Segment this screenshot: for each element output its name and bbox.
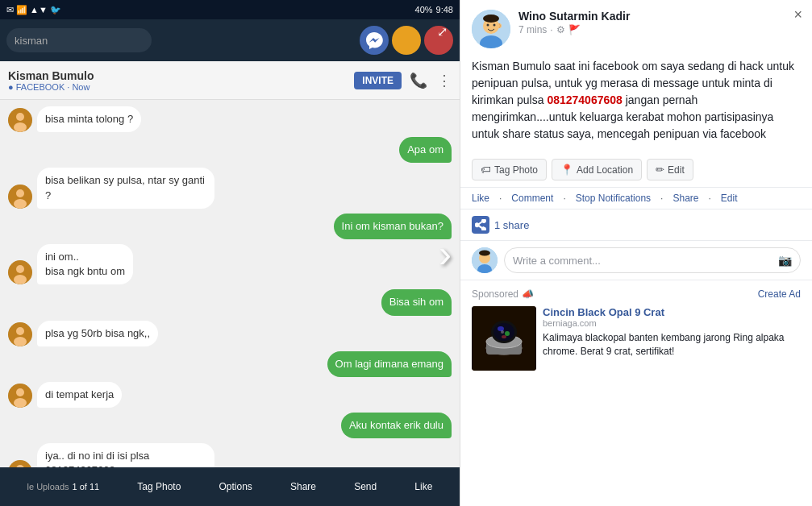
- list-item: ini om..bisa ngk bntu om: [37, 244, 133, 284]
- post-avatar: [472, 10, 510, 48]
- svg-point-5: [14, 199, 27, 209]
- dot-2: ·: [563, 193, 565, 204]
- settings-icon[interactable]: ⚙: [556, 24, 565, 35]
- svg-point-34: [479, 251, 490, 256]
- ad-text: Cincin Black Opal 9 Crat berniaga.com Ka…: [543, 306, 801, 371]
- post-phone-number: 081274067608: [547, 93, 622, 106]
- battery-status: 40%: [415, 5, 433, 15]
- phone-icon[interactable]: 📞: [410, 72, 427, 89]
- uploads-count: 1 of 11: [73, 482, 100, 491]
- table-row: plsa yg 50rb bisa ngk,,: [8, 321, 452, 346]
- stop-notifications-link[interactable]: Stop Notifications: [576, 193, 651, 204]
- post-meta: 7 mins · ⚙ 🚩: [518, 24, 801, 35]
- svg-point-11: [14, 337, 27, 346]
- wifi-icon: 📶: [16, 5, 27, 15]
- contact-icons: 📞 ⋮: [410, 72, 452, 89]
- expand-icon[interactable]: ⤢: [437, 24, 448, 39]
- table-row: bisa minta tolong ?: [8, 106, 452, 132]
- avatar: [8, 460, 32, 467]
- table-row: Apa om: [8, 137, 452, 163]
- post-time: 7 mins: [518, 24, 547, 35]
- post-actions: 🏷 Tag Photo 📍 Add Location ✏ Edit: [460, 152, 812, 187]
- contact-info: Kisman Bumulo ● FACEBOOK · Now: [8, 69, 346, 92]
- tag-photo-button[interactable]: 🏷 Tag Photo: [472, 159, 547, 180]
- list-item: plsa yg 50rb bisa ngk,,: [37, 321, 158, 346]
- list-item: Apa om: [399, 137, 452, 163]
- add-location-label: Add Location: [577, 164, 633, 176]
- avatar: [8, 260, 32, 284]
- left-panel: ✉ 📶 ▲▼ 🐦 40% 9:48 kisman: [0, 0, 460, 506]
- share-count[interactable]: 1 share: [460, 209, 812, 241]
- tag-icon: 🏷: [481, 164, 491, 176]
- list-item: Aku kontak erik dulu: [341, 413, 452, 438]
- invite-button[interactable]: INVITE: [354, 72, 402, 89]
- ad-source: berniaga.com: [543, 318, 801, 328]
- create-ad-link[interactable]: Create Ad: [758, 288, 801, 300]
- uploads-info: le Uploads 1 of 11: [27, 482, 100, 491]
- avatar: [8, 322, 32, 346]
- messenger-header: kisman: [0, 19, 460, 61]
- ad-title[interactable]: Cincin Black Opal 9 Crat: [543, 306, 801, 318]
- sponsored-section: Sponsored 📣 Create Ad: [460, 280, 812, 379]
- ad-image: [472, 306, 536, 371]
- right-panel: × Wino Sutarmin Kadir: [460, 0, 812, 506]
- like-nav[interactable]: Like: [414, 481, 432, 492]
- svg-point-28: [487, 24, 489, 27]
- table-row: Aku kontak erik dulu: [8, 413, 452, 438]
- share-count-label: 1 share: [494, 219, 529, 231]
- like-link[interactable]: Like: [472, 193, 489, 204]
- phone-screen: ✉ 📶 ▲▼ 🐦 40% 9:48 kisman: [0, 0, 460, 506]
- comment-input[interactable]: Write a comment... 📷: [504, 247, 801, 273]
- share-nav[interactable]: Share: [290, 481, 316, 492]
- separator: ·: [550, 24, 552, 35]
- messenger-icon: [360, 26, 389, 55]
- sponsored-header: Sponsored 📣 Create Ad: [472, 288, 801, 300]
- svg-point-4: [16, 189, 24, 197]
- uploads-label: le Uploads: [27, 482, 69, 491]
- table-row: ini om..bisa ngk bntu om: [8, 244, 452, 284]
- svg-point-29: [493, 24, 496, 27]
- edit-button[interactable]: ✏ Edit: [647, 159, 693, 180]
- options-nav[interactable]: Options: [219, 481, 252, 492]
- share-link[interactable]: Share: [673, 193, 698, 204]
- list-item: bisa belikan sy pulsa, ntar sy ganti ?: [37, 168, 214, 208]
- search-bar[interactable]: kisman: [6, 28, 152, 52]
- list-item: Bisa sih om: [381, 289, 452, 315]
- next-arrow[interactable]: ›: [439, 231, 452, 276]
- svg-point-10: [16, 327, 24, 335]
- status-icons: ✉ 📶 ▲▼ 🐦: [6, 5, 61, 15]
- comment-link[interactable]: Comment: [511, 193, 553, 204]
- svg-point-44: [501, 330, 504, 334]
- dot-3: ·: [660, 193, 663, 204]
- list-item: iya.. di no ini di isi plsa 081274067608: [37, 443, 214, 467]
- post-username[interactable]: Wino Sutarmin Kadir: [518, 10, 801, 23]
- signal-icon: ▲▼: [30, 5, 48, 15]
- dot-4: ·: [708, 193, 710, 204]
- svg-point-8: [14, 275, 27, 284]
- svg-point-30: [497, 23, 502, 28]
- status-bar: ✉ 📶 ▲▼ 🐦 40% 9:48: [0, 0, 460, 19]
- tag-photo-label: Tag Photo: [494, 164, 538, 176]
- send-nav[interactable]: Send: [354, 481, 377, 492]
- sponsored-icon: 📣: [522, 288, 534, 300]
- comment-user-avatar: [472, 247, 498, 273]
- chat-area[interactable]: bisa minta tolong ? Apa om bisa belikan …: [0, 100, 460, 467]
- comment-placeholder: Write a comment...: [513, 255, 601, 267]
- more-icon[interactable]: ⋮: [437, 72, 452, 89]
- table-row: Bisa sih om: [8, 289, 452, 315]
- edit-link[interactable]: Edit: [721, 193, 738, 204]
- ad-description: Kalimaya blackopal banten kembang jarong…: [543, 331, 801, 359]
- add-location-button[interactable]: 📍 Add Location: [552, 159, 642, 180]
- svg-point-1: [16, 113, 24, 121]
- tag-photo-nav[interactable]: Tag Photo: [137, 481, 181, 492]
- edit-icon: ✏: [656, 164, 664, 176]
- table-row: Om lagi dimana emang: [8, 351, 452, 377]
- svg-point-42: [505, 331, 510, 336]
- bottom-nav: le Uploads 1 of 11 Tag Photo Options Sha…: [0, 467, 460, 506]
- list-item: di tempat kerja: [37, 382, 122, 408]
- camera-icon[interactable]: 📷: [778, 254, 792, 267]
- comment-area: Write a comment... 📷: [460, 241, 812, 280]
- svg-point-14: [14, 398, 27, 408]
- close-button[interactable]: ×: [793, 6, 802, 23]
- svg-point-27: [483, 15, 499, 23]
